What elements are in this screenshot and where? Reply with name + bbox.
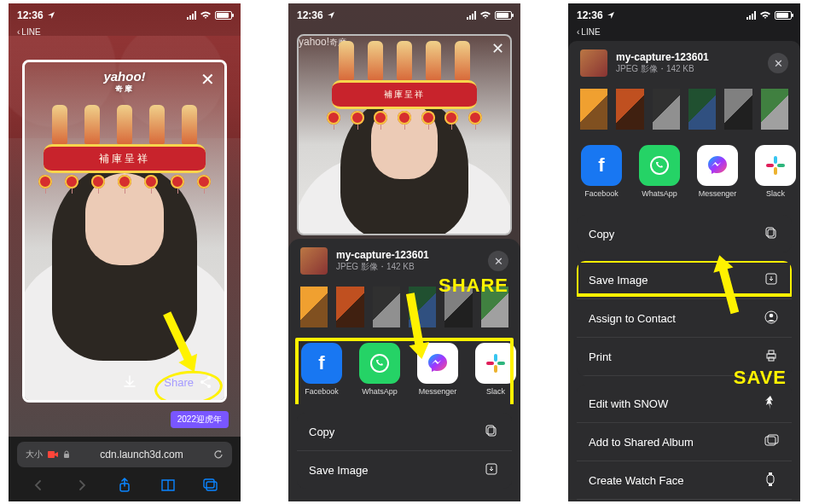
forward-icon[interactable] bbox=[73, 476, 91, 495]
facebook-icon: f bbox=[581, 145, 622, 186]
svg-rect-3 bbox=[48, 451, 55, 458]
signal-icon bbox=[746, 11, 756, 20]
close-sheet-icon[interactable]: ✕ bbox=[488, 251, 508, 271]
svg-rect-33 bbox=[769, 484, 772, 486]
action-copy[interactable]: Copy bbox=[297, 413, 512, 451]
file-header: my-capture-123601 JPEG 影像・142 KB ✕ bbox=[568, 49, 800, 85]
svg-point-16 bbox=[651, 157, 668, 174]
svg-point-25 bbox=[770, 314, 774, 318]
status-bar: 12:36 bbox=[288, 3, 520, 27]
svg-rect-18 bbox=[777, 164, 785, 167]
signal-icon bbox=[187, 11, 196, 20]
messenger-icon bbox=[697, 145, 738, 186]
save-icon bbox=[485, 462, 500, 478]
back-icon[interactable] bbox=[29, 476, 48, 495]
slack-icon bbox=[475, 343, 516, 384]
actions-group-2: Save Image Assign to Contact Print bbox=[577, 261, 792, 376]
album-icon bbox=[764, 434, 780, 449]
status-time: 12:36 bbox=[17, 9, 44, 21]
share-sheet: my-capture-123601 JPEG 影像・142 KB ✕ f Fac… bbox=[288, 239, 520, 501]
app-facebook[interactable]: f Facebook bbox=[300, 343, 343, 396]
app-whatsapp[interactable]: WhatsApp bbox=[638, 145, 681, 198]
tabs-icon[interactable] bbox=[201, 476, 220, 495]
safari-bottom-bar: 大小 cdn.launch3d.com bbox=[9, 437, 241, 501]
file-header: my-capture-123601 JPEG 影像・142 KB ✕ bbox=[288, 247, 520, 283]
text-size-button[interactable]: 大小 bbox=[26, 449, 43, 461]
back-to-app[interactable]: ‹ LINE bbox=[568, 27, 800, 40]
action-print[interactable]: Print bbox=[577, 338, 792, 376]
save-icon bbox=[764, 272, 780, 287]
address-bar[interactable]: 大小 cdn.launch3d.com bbox=[17, 442, 232, 467]
svg-rect-20 bbox=[766, 164, 774, 167]
app-facebook[interactable]: fFacebook bbox=[580, 145, 623, 198]
chevron-left-icon: ‹ bbox=[17, 27, 20, 37]
action-shared-album[interactable]: Add to Shared Album bbox=[577, 423, 792, 461]
location-icon bbox=[47, 11, 55, 20]
close-icon[interactable]: ✕ bbox=[195, 67, 219, 91]
share-button[interactable]: Share bbox=[164, 375, 212, 389]
status-time: 12:36 bbox=[577, 9, 603, 21]
capture-frame: 補庫呈祥 yahoo!奇摩 ✕ bbox=[297, 34, 512, 235]
copy-icon bbox=[485, 424, 500, 439]
print-icon bbox=[764, 349, 780, 364]
svg-rect-11 bbox=[494, 365, 497, 373]
share-label: Share bbox=[164, 376, 194, 389]
back-to-app[interactable]: ‹ LINE bbox=[9, 27, 241, 40]
action-save-image[interactable]: Save Image bbox=[577, 261, 792, 299]
action-save-files[interactable]: Save to Files bbox=[577, 500, 792, 501]
close-icon[interactable]: ✕ bbox=[488, 39, 507, 58]
apps-row: fFacebook WhatsApp Messenger Slack In bbox=[568, 138, 800, 206]
whatsapp-icon bbox=[639, 145, 680, 186]
signal-icon bbox=[467, 11, 476, 20]
svg-rect-6 bbox=[206, 482, 217, 490]
slack-icon bbox=[755, 145, 796, 186]
app-messenger[interactable]: Messenger bbox=[416, 343, 459, 396]
svg-rect-7 bbox=[204, 479, 214, 488]
bookmarks-icon[interactable] bbox=[159, 476, 177, 495]
year-badge[interactable]: 2022迎虎年 bbox=[171, 411, 229, 428]
battery-icon bbox=[215, 11, 232, 20]
svg-rect-17 bbox=[774, 156, 777, 164]
app-whatsapp[interactable]: WhatsApp bbox=[358, 343, 401, 396]
battery-icon bbox=[495, 11, 512, 20]
share-sheet-icon[interactable] bbox=[115, 476, 134, 495]
download-icon[interactable] bbox=[121, 374, 138, 391]
wifi-icon bbox=[759, 11, 771, 20]
ar-hat-overlay: 補庫呈祥 bbox=[44, 88, 206, 173]
svg-point-8 bbox=[371, 355, 388, 372]
wifi-icon bbox=[200, 11, 212, 20]
phone-screenshot-2: 12:36 補庫呈祥 yahoo!奇摩 ✕ my-capture-1236 bbox=[288, 3, 520, 501]
app-slack[interactable]: Slack bbox=[474, 343, 517, 396]
reload-icon[interactable] bbox=[213, 449, 224, 460]
frame-toolbar: Share bbox=[25, 364, 224, 400]
action-copy[interactable]: Copy bbox=[577, 215, 792, 252]
contacts-row[interactable] bbox=[580, 89, 788, 130]
contacts-row[interactable] bbox=[300, 287, 508, 327]
file-thumbnail bbox=[300, 247, 328, 275]
file-meta: JPEG 影像・142 KB bbox=[616, 63, 709, 75]
file-name: my-capture-123601 bbox=[616, 51, 709, 63]
lock-icon bbox=[63, 450, 70, 459]
svg-rect-4 bbox=[64, 454, 69, 458]
svg-rect-10 bbox=[497, 362, 505, 365]
svg-rect-27 bbox=[769, 350, 774, 354]
wifi-icon bbox=[479, 11, 491, 20]
url-domain: cdn.launch3d.com bbox=[75, 449, 208, 461]
action-watch-face[interactable]: Create Watch Face bbox=[577, 461, 792, 500]
action-assign-contact[interactable]: Assign to Contact bbox=[577, 299, 792, 338]
battery-icon bbox=[775, 11, 792, 20]
svg-rect-12 bbox=[486, 362, 494, 365]
action-save-image[interactable]: Save Image bbox=[297, 451, 512, 489]
app-slack[interactable]: Slack bbox=[754, 145, 797, 198]
svg-rect-32 bbox=[769, 472, 772, 475]
close-sheet-icon[interactable]: ✕ bbox=[768, 53, 788, 73]
location-icon bbox=[607, 11, 615, 20]
actions-group: Copy Save Image bbox=[297, 413, 512, 489]
status-bar: 12:36 bbox=[568, 3, 800, 27]
app-messenger[interactable]: Messenger bbox=[696, 145, 739, 198]
svg-rect-9 bbox=[494, 354, 497, 362]
safari-nav bbox=[9, 467, 241, 495]
action-edit-snow[interactable]: Edit with SNOW bbox=[577, 385, 792, 423]
camera-icon bbox=[48, 450, 58, 459]
apps-row: f Facebook WhatsApp Messenger bbox=[288, 336, 520, 404]
